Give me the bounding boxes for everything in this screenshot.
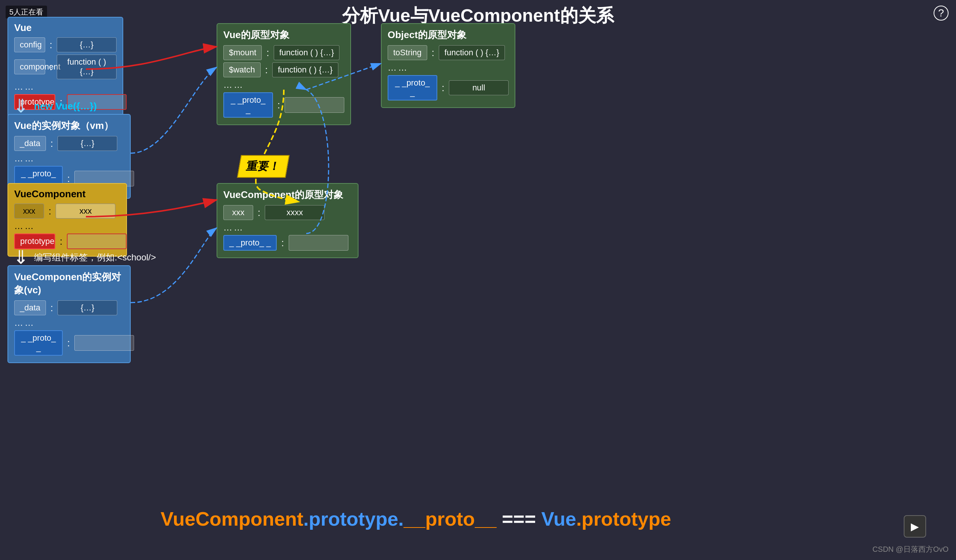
formula-part6: .prototype	[576, 508, 671, 530]
vc-instance-title: VueComponen的实例对象(vc)	[14, 271, 124, 297]
op-tostring-value: function ( ) {…}	[439, 45, 505, 60]
vuecomponent-box: VueComponent xxx : xxx …… prototype :	[8, 183, 127, 256]
vp-mount-row: $mount : function ( ) {…}	[223, 45, 344, 60]
vp-proto-value	[285, 97, 344, 113]
write-component-label: 编写组件标签，例如:<school/>	[34, 252, 156, 263]
vcp-title: VueComponent的原型对象	[223, 188, 352, 201]
vp-mount-key: $mount	[223, 45, 262, 60]
op-proto-value: null	[449, 80, 509, 95]
object-prototype-title: Object的原型对象	[388, 28, 509, 41]
vc-inst-dots: ……	[14, 318, 124, 328]
vc-inst-data-value: {…}	[58, 300, 117, 315]
vue-config-row: config : {…}	[14, 37, 116, 52]
csdn-watermark: CSDN @日落西方OvO	[873, 544, 948, 554]
vp-watch-row: $watch : function ( ) {…}	[223, 62, 344, 77]
vp-watch-value: function ( ) {…}	[272, 62, 338, 77]
vcp-proto-row: _ _proto_ _ :	[223, 235, 352, 251]
vcp-dots: ……	[223, 222, 352, 233]
important-badge: 重要！	[237, 155, 290, 178]
vm-data-row: _data : {…}	[14, 136, 124, 151]
formula-part1: VueComponent	[160, 508, 303, 530]
vc-xxx-key: xxx	[14, 204, 44, 219]
vc-inst-proto-key: _ _proto_ _	[14, 330, 63, 356]
vp-proto-key: _ _proto_ _	[223, 92, 273, 118]
vue-config-key: config	[14, 37, 45, 52]
vc-inst-data-row: _data : {…}	[14, 300, 124, 315]
vue-box-title: Vue	[14, 22, 116, 34]
vc-xxx-value: xxx	[56, 204, 115, 219]
vp-watch-key: $watch	[223, 62, 261, 77]
vcp-proto-key: _ _proto_ _	[223, 235, 277, 251]
vc-dots: ……	[14, 221, 120, 231]
vue-prototype-box: Vue的原型对象 $mount : function ( ) {…} $watc…	[217, 23, 351, 125]
vc-inst-proto-row: _ _proto_ _ :	[14, 330, 124, 356]
vue-component-key: component	[14, 60, 45, 74]
vc-inst-proto-value	[74, 335, 134, 351]
vcp-xxx-key: xxx	[223, 205, 253, 220]
vp-dots: ……	[223, 80, 344, 90]
vcp-xxx-value: xxxx	[265, 205, 324, 220]
formula-part2: .prototype.	[303, 508, 404, 530]
vcp-proto-value	[289, 235, 348, 251]
vc-inst-data-key: _data	[14, 300, 46, 315]
vue-component-value: function ( ) {…}	[57, 55, 116, 79]
vuecomponent-title: VueComponent	[14, 188, 120, 200]
vc-xxx-row: xxx : xxx	[14, 204, 120, 219]
vuecomponent-instance-box: VueComponen的实例对象(vc) _data : {…} …… _ _p…	[8, 265, 131, 363]
vue-component-row: component : function ( ) {…}	[14, 55, 116, 79]
op-dots: ……	[388, 62, 509, 73]
bottom-formula: VueComponent.prototype.__proto__ === Vue…	[160, 508, 671, 530]
new-vue-label: new Vue({…})	[34, 101, 97, 112]
video-icon[interactable]: ▶	[904, 515, 926, 538]
object-prototype-box: Object的原型对象 toString : function ( ) {…} …	[381, 23, 515, 108]
vp-mount-value: function ( ) {…}	[274, 45, 340, 60]
vm-data-value: {…}	[58, 136, 117, 151]
vue-instance-title: Vue的实例对象（vm）	[14, 119, 124, 132]
vue-dots: ……	[14, 82, 116, 92]
formula-part3: __proto__	[404, 508, 497, 530]
op-proto-row: _ _proto_ _ : null	[388, 75, 509, 101]
op-proto-key: _ _proto_ _	[388, 75, 437, 101]
vm-dots: ……	[14, 153, 124, 164]
vuecomponent-prototype-box: VueComponent的原型对象 xxx : xxxx …… _ _proto…	[217, 183, 358, 258]
vue-prototype-title: Vue的原型对象	[223, 28, 344, 41]
help-icon[interactable]: ?	[934, 6, 948, 20]
vcp-xxx-row: xxx : xxxx	[223, 205, 352, 220]
vue-config-value: {…}	[57, 37, 116, 52]
formula-part5: Vue	[541, 508, 576, 530]
formula-part4: ===	[496, 508, 541, 530]
op-tostring-key: toString	[388, 45, 427, 60]
op-tostring-row: toString : function ( ) {…}	[388, 45, 509, 60]
vm-data-key: _data	[14, 136, 46, 151]
vp-proto-row: _ _proto_ _ :	[223, 92, 344, 118]
